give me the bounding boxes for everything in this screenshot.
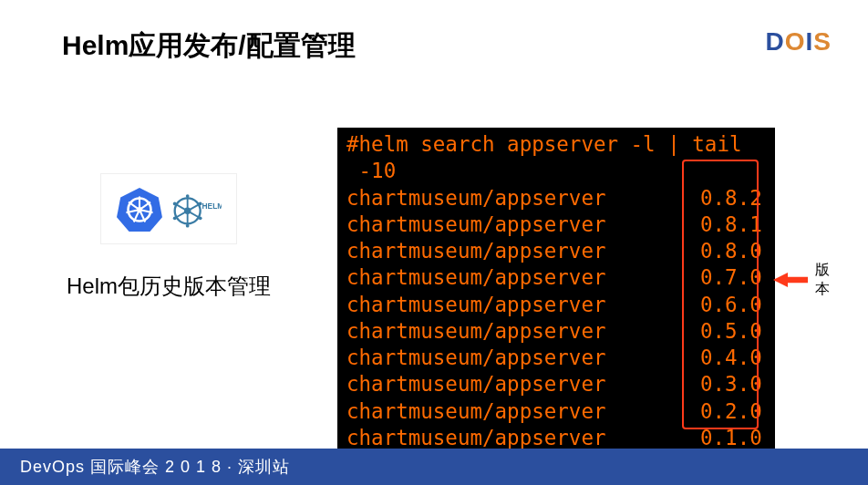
svg-point-20 xyxy=(199,216,202,220)
terminal-row: chartmuseum/appserver0.3.0 xyxy=(346,371,766,397)
svg-line-14 xyxy=(188,211,201,218)
chart-name: chartmuseum/appserver xyxy=(346,345,700,371)
kubernetes-icon xyxy=(116,185,163,232)
chart-version: 0.3.0 xyxy=(700,371,766,397)
chart-name: chartmuseum/appserver xyxy=(346,238,700,264)
terminal-command-row: # helm search appserver -l | tail -10 xyxy=(346,131,766,185)
chart-name: chartmuseum/appserver xyxy=(346,212,700,238)
terminal-row: chartmuseum/appserver0.5.0 xyxy=(346,318,766,345)
terminal-command: helm search appserver -l | tail -10 xyxy=(359,131,766,185)
version-label: 版本 xyxy=(815,261,839,299)
helm-icon: HELM xyxy=(170,183,222,234)
chart-name: chartmuseum/appserver xyxy=(346,264,700,291)
chart-name: chartmuseum/appserver xyxy=(346,185,700,212)
svg-line-17 xyxy=(175,203,188,211)
helm-text: HELM xyxy=(202,201,222,211)
svg-line-13 xyxy=(188,203,201,211)
terminal-row: chartmuseum/appserver0.2.0 xyxy=(346,398,766,425)
terminal-prompt: # xyxy=(346,131,359,185)
chart-version: 0.8.1 xyxy=(700,212,766,238)
terminal-row: chartmuseum/appserver0.8.1 xyxy=(346,212,766,238)
svg-point-22 xyxy=(173,216,177,220)
svg-point-19 xyxy=(199,202,202,206)
chart-version: 0.8.0 xyxy=(700,238,766,264)
terminal-row: chartmuseum/appserver0.7.0 xyxy=(346,264,766,291)
terminal-row: chartmuseum/appserver0.4.0 xyxy=(346,345,766,371)
chart-name: chartmuseum/appserver xyxy=(346,292,700,318)
chart-version: 0.2.0 xyxy=(700,398,766,425)
svg-point-23 xyxy=(173,202,177,206)
chart-name: chartmuseum/appserver xyxy=(346,371,700,397)
dois-logo: DOIS xyxy=(766,27,832,57)
svg-point-18 xyxy=(186,194,190,198)
chart-version: 0.8.2 xyxy=(700,185,766,212)
helm-caption: Helm包历史版本管理 xyxy=(67,272,271,301)
chart-version: 0.7.0 xyxy=(700,264,766,291)
logo-letter-d: D xyxy=(766,27,785,56)
version-annotation: 版本 xyxy=(773,261,839,299)
terminal-row: chartmuseum/appserver0.1.0 xyxy=(346,425,766,451)
helm-logo-box: HELM xyxy=(100,173,237,244)
footer-text: DevOps 国际峰会 2 0 1 8 · 深圳站 xyxy=(20,456,290,478)
terminal-panel: # helm search appserver -l | tail -10 ch… xyxy=(337,128,775,459)
chart-version: 0.5.0 xyxy=(700,318,766,345)
terminal-row: chartmuseum/appserver0.8.0 xyxy=(346,238,766,264)
svg-marker-24 xyxy=(773,273,808,287)
page-title: Helm应用发布/配置管理 xyxy=(62,27,356,65)
chart-version: 0.1.0 xyxy=(700,425,766,451)
logo-letter-i: I xyxy=(806,27,814,56)
chart-name: chartmuseum/appserver xyxy=(346,318,700,345)
svg-point-21 xyxy=(186,224,190,228)
chart-version: 0.4.0 xyxy=(700,345,766,371)
chart-name: chartmuseum/appserver xyxy=(346,425,700,451)
footer-bar: DevOps 国际峰会 2 0 1 8 · 深圳站 xyxy=(0,449,868,485)
svg-line-16 xyxy=(175,211,188,218)
chart-version: 0.6.0 xyxy=(700,292,766,318)
helm-logo-panel: HELM Helm包历史版本管理 xyxy=(0,128,337,459)
arrow-left-icon xyxy=(773,269,808,291)
logo-letter-o: O xyxy=(785,27,806,56)
logo-letter-s: S xyxy=(813,27,832,56)
terminal-row: chartmuseum/appserver0.8.2 xyxy=(346,185,766,212)
chart-name: chartmuseum/appserver xyxy=(346,398,700,425)
terminal-output: # helm search appserver -l | tail -10 ch… xyxy=(337,128,775,459)
terminal-row: chartmuseum/appserver0.6.0 xyxy=(346,292,766,318)
